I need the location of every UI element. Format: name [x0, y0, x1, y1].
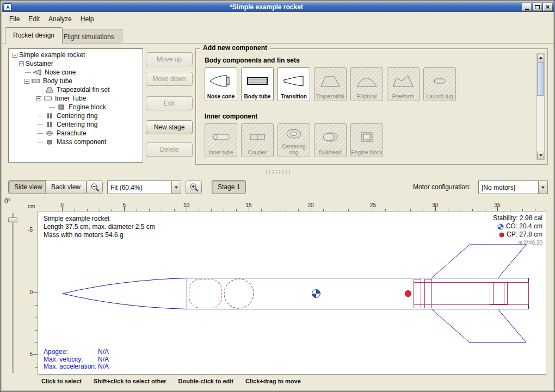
apogee-value: N/A	[98, 349, 109, 356]
rocket-name: Simple example rocket	[44, 215, 155, 223]
mass-component-icon	[45, 139, 54, 145]
launch-lug-icon	[428, 74, 452, 88]
fin-top-shape[interactable]	[431, 245, 526, 278]
body-components-label: Body components and fin sets	[205, 57, 300, 64]
panel-splitter[interactable]	[1, 167, 555, 174]
cg-value: CG: 20.4 cm	[506, 222, 542, 231]
minimize-button[interactable]	[522, 3, 532, 11]
tree-item-centering-ring-1[interactable]: Centering ring	[9, 111, 143, 120]
inner-tube-shape[interactable]	[414, 283, 529, 305]
maximize-icon	[535, 5, 540, 9]
add-trapezoidal-fin-button[interactable]: Trapezoidal	[314, 67, 347, 101]
edit-button[interactable]: Edit	[146, 96, 193, 110]
parachute-icon	[45, 130, 54, 136]
inner-tube-icon	[209, 130, 233, 144]
add-bulkhead-button[interactable]: Bulkhead	[314, 123, 347, 157]
add-centering-ring-button[interactable]: Centering ring	[278, 123, 310, 157]
horizontal-ruler: 0 5 10 15 20 25 30 35	[38, 202, 546, 211]
motor-configuration-select[interactable]: [No motors]	[478, 181, 548, 194]
parachute-shape[interactable]	[189, 279, 222, 308]
centering-ring-icon	[282, 127, 306, 141]
elliptical-fin-icon	[355, 74, 379, 88]
centering-ring-shape[interactable]	[414, 279, 421, 308]
component-panel-scrollbar[interactable]	[536, 53, 545, 160]
add-inner-tube-button[interactable]: Inner tube	[205, 123, 237, 157]
add-elliptical-fin-button[interactable]: Elliptical	[350, 67, 383, 101]
app-icon[interactable]	[4, 3, 11, 11]
scrollbar-thumb[interactable]	[537, 62, 544, 96]
side-view-button[interactable]: Side view	[8, 180, 48, 194]
zoom-in-button[interactable]	[186, 181, 202, 194]
add-transition-button[interactable]: Transition	[278, 67, 310, 101]
collapse-handle-icon[interactable]	[13, 53, 17, 58]
scroll-down-button[interactable]	[537, 152, 544, 159]
close-icon: ×	[546, 4, 550, 10]
close-button[interactable]: ×	[543, 3, 552, 11]
tree-connector	[25, 72, 31, 73]
apogee-label: Apogee:	[44, 349, 98, 356]
collapse-handle-icon[interactable]	[24, 79, 29, 84]
move-down-button[interactable]: Move down	[146, 72, 193, 86]
menu-analyze[interactable]: Analyze	[44, 14, 76, 24]
tree-connector	[37, 133, 43, 134]
move-up-button[interactable]: Move up	[146, 52, 193, 66]
hint-click-select: Click to select	[41, 378, 82, 384]
add-launch-lug-button[interactable]: Launch lug	[423, 67, 456, 101]
tab-rocket-design[interactable]: Rocket design	[5, 27, 63, 43]
rotation-slider-track[interactable]	[12, 213, 14, 373]
rotation-slider-handle[interactable]	[8, 217, 17, 222]
collapse-handle-icon[interactable]	[19, 61, 24, 66]
tree-item-rocket[interactable]: Simple example rocket	[9, 51, 143, 59]
tree-item-fin-set[interactable]: Trapezoidal fin set	[9, 85, 143, 94]
zoom-level-select[interactable]: Fit (60.4%)	[107, 181, 181, 194]
scroll-up-button[interactable]	[537, 54, 544, 61]
zoom-level-value: Fit (60.4%)	[108, 181, 171, 194]
bulkhead-icon	[318, 130, 342, 144]
delete-button[interactable]: Delete	[146, 142, 193, 157]
tab-flight-simulations[interactable]: Flight simulations	[55, 29, 122, 43]
rocket-design-canvas[interactable]: Simple example rocket Length 37.5 cm, ma…	[38, 211, 546, 375]
tree-item-body-tube[interactable]: Body tube	[9, 77, 143, 85]
tree-connector	[37, 142, 43, 142]
zoom-out-button[interactable]	[87, 181, 103, 194]
add-engine-block-button[interactable]: Engine block	[350, 123, 383, 157]
hint-double-click: Double-click to edit	[178, 378, 233, 384]
add-nose-cone-button[interactable]: Nose cone	[205, 67, 237, 101]
transition-icon	[282, 74, 306, 88]
body-tube-icon	[245, 74, 269, 88]
tree-item-nose-cone[interactable]: Nose cone	[9, 68, 143, 77]
tree-item-mass-component[interactable]: Mass component	[9, 138, 143, 146]
cp-marker	[405, 291, 411, 297]
body-tube-shape[interactable]	[187, 278, 529, 309]
fin-bottom-shape[interactable]	[431, 309, 526, 343]
nose-cone-icon	[33, 69, 42, 76]
tree-item-parachute[interactable]: Parachute	[9, 129, 143, 138]
add-coupler-button[interactable]: Coupler	[241, 123, 274, 157]
collapse-handle-icon[interactable]	[36, 96, 41, 101]
add-body-tube-button[interactable]: Body tube	[241, 67, 274, 101]
flight-data-block: Apogee: N/A Max. velocity: N/A Max. acce…	[44, 349, 109, 371]
cg-marker	[312, 290, 320, 298]
add-freeform-fin-button[interactable]: Freeform	[387, 67, 420, 101]
menu-edit[interactable]: Edit	[24, 14, 44, 24]
dropdown-button[interactable]	[171, 181, 181, 194]
rocket-logo-icon	[5, 5, 10, 10]
tree-item-engine-block[interactable]: Engine block	[9, 103, 143, 111]
tree-connector	[37, 116, 43, 116]
back-view-button[interactable]: Back view	[45, 180, 87, 194]
new-stage-button[interactable]: New stage	[146, 120, 193, 134]
tree-item-sustainer[interactable]: Sustainer	[9, 59, 143, 68]
stage-1-toggle[interactable]: Stage 1	[212, 180, 246, 194]
fin-set-icon	[45, 86, 54, 93]
tree-item-inner-tube[interactable]: Inner Tube	[9, 94, 143, 103]
mass-component-shape[interactable]	[224, 279, 254, 308]
centering-ring-shape[interactable]	[425, 279, 432, 308]
maximize-button[interactable]	[533, 3, 542, 11]
dropdown-button[interactable]	[538, 181, 547, 194]
engine-block-shape[interactable]	[490, 283, 508, 304]
tree-item-centering-ring-2[interactable]: Centering ring	[9, 120, 143, 129]
menu-help[interactable]: Help	[76, 14, 98, 24]
nose-cone-shape[interactable]	[63, 278, 187, 309]
cg-legend-icon	[497, 223, 504, 230]
menu-file[interactable]: File	[5, 14, 24, 24]
